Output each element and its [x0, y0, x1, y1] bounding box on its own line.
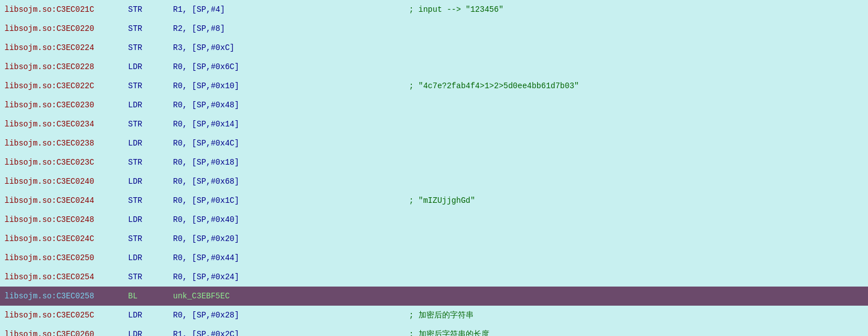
table-row[interactable]: libsojm.so:C3EC0238LDRR0, [SP,#0x4C]: [0, 134, 868, 153]
comment-cell: ; "4c7e?2fab4f4>1>2>5d0ee4bb61d7b03": [409, 81, 579, 90]
mnemonic-cell: LDR: [128, 330, 173, 336]
address-cell: libsojm.so:C3EC025C: [4, 311, 128, 320]
mnemonic-cell: LDR: [128, 101, 173, 110]
table-row[interactable]: libsojm.so:C3EC022CSTRR0, [SP,#0x10]; "4…: [0, 76, 868, 96]
address-cell: libsojm.so:C3EC0260: [4, 330, 128, 336]
address-cell: libsojm.so:C3EC0220: [4, 24, 128, 33]
table-row[interactable]: libsojm.so:C3EC0248LDRR0, [SP,#0x40]: [0, 210, 868, 229]
mnemonic-cell: LDR: [128, 311, 173, 320]
table-row[interactable]: libsojm.so:C3EC0220STRR2, [SP,#8]: [0, 19, 868, 38]
mnemonic-cell: STR: [128, 273, 173, 281]
address-cell: libsojm.so:C3EC0258: [4, 292, 128, 301]
address-cell: libsojm.so:C3EC0244: [4, 196, 128, 205]
operands-cell: R3, [SP,#0xC]: [173, 43, 409, 52]
address-cell: libsojm.so:C3EC0230: [4, 101, 128, 110]
address-cell: libsojm.so:C3EC0238: [4, 139, 128, 148]
mnemonic-cell: LDR: [128, 177, 173, 186]
operands-cell: R0, [SP,#0x6C]: [173, 62, 409, 71]
operands-cell: R1, [SP,#0x2C]: [173, 330, 409, 336]
table-row[interactable]: libsojm.so:C3EC0244STRR0, [SP,#0x1C]; "m…: [0, 191, 868, 210]
mnemonic-cell: STR: [128, 234, 173, 243]
table-row[interactable]: libsojm.so:C3EC0260LDRR1, [SP,#0x2C]; 加密…: [0, 325, 868, 336]
operands-cell: R1, [SP,#4]: [173, 5, 409, 14]
operands-cell: R0, [SP,#0x20]: [173, 234, 409, 243]
address-cell: libsojm.so:C3EC0250: [4, 253, 128, 262]
operands-cell: R0, [SP,#0x18]: [173, 158, 409, 167]
mnemonic-cell: STR: [128, 158, 173, 167]
address-cell: libsojm.so:C3EC023C: [4, 158, 128, 167]
address-cell: libsojm.so:C3EC021C: [4, 5, 128, 14]
mnemonic-cell: STR: [128, 24, 173, 33]
table-row[interactable]: libsojm.so:C3EC0224STRR3, [SP,#0xC]: [0, 38, 868, 57]
mnemonic-cell: STR: [128, 196, 173, 205]
mnemonic-cell: STR: [128, 120, 173, 129]
operands-cell: R0, [SP,#0x68]: [173, 177, 409, 186]
comment-cell: ; input --> "123456": [409, 5, 503, 14]
comment-cell: ; 加密后的字符串: [409, 310, 474, 320]
table-row[interactable]: libsojm.so:C3EC0234STRR0, [SP,#0x14]: [0, 115, 868, 134]
table-row[interactable]: libsojm.so:C3EC0240LDRR0, [SP,#0x68]: [0, 172, 868, 191]
table-row[interactable]: libsojm.so:C3EC0258BLunk_C3EBF5EC: [0, 287, 868, 306]
address-cell: libsojm.so:C3EC0224: [4, 43, 128, 52]
operands-cell: R0, [SP,#0x24]: [173, 273, 409, 281]
table-row[interactable]: libsojm.so:C3EC0254STRR0, [SP,#0x24]: [0, 267, 868, 287]
table-row[interactable]: libsojm.so:C3EC023CSTRR0, [SP,#0x18]: [0, 153, 868, 172]
operands-cell: R0, [SP,#0x40]: [173, 215, 409, 224]
table-row[interactable]: libsojm.so:C3EC0228LDRR0, [SP,#0x6C]: [0, 57, 868, 76]
mnemonic-cell: STR: [128, 43, 173, 52]
mnemonic-cell: LDR: [128, 62, 173, 71]
operands-cell: R0, [SP,#0x14]: [173, 120, 409, 129]
address-cell: libsojm.so:C3EC024C: [4, 234, 128, 243]
mnemonic-cell: LDR: [128, 215, 173, 224]
mnemonic-cell: STR: [128, 81, 173, 90]
disassembly-view: libsojm.so:C3EC021CSTRR1, [SP,#4]; input…: [0, 0, 868, 336]
address-cell: libsojm.so:C3EC0228: [4, 62, 128, 71]
operands-cell: R0, [SP,#0x10]: [173, 81, 409, 90]
mnemonic-cell: BL: [128, 292, 173, 301]
table-row[interactable]: libsojm.so:C3EC025CLDRR0, [SP,#0x28]; 加密…: [0, 306, 868, 325]
mnemonic-cell: LDR: [128, 139, 173, 148]
table-row[interactable]: libsojm.so:C3EC024CSTRR0, [SP,#0x20]: [0, 229, 868, 248]
operands-cell: R0, [SP,#0x4C]: [173, 139, 409, 148]
table-row[interactable]: libsojm.so:C3EC0250LDRR0, [SP,#0x44]: [0, 248, 868, 267]
address-cell: libsojm.so:C3EC022C: [4, 81, 128, 90]
operands-cell: unk_C3EBF5EC: [173, 292, 409, 301]
table-row[interactable]: libsojm.so:C3EC021CSTRR1, [SP,#4]; input…: [0, 0, 868, 19]
operands-cell: R2, [SP,#8]: [173, 24, 409, 33]
mnemonic-cell: LDR: [128, 253, 173, 262]
operands-cell: R0, [SP,#0x48]: [173, 101, 409, 110]
comment-cell: ; 加密后字符串的长度: [409, 329, 489, 336]
address-cell: libsojm.so:C3EC0240: [4, 177, 128, 186]
address-cell: libsojm.so:C3EC0234: [4, 120, 128, 129]
address-cell: libsojm.so:C3EC0248: [4, 215, 128, 224]
mnemonic-cell: STR: [128, 5, 173, 14]
comment-cell: ; "mIZUjjghGd": [409, 196, 475, 205]
address-cell: libsojm.so:C3EC0254: [4, 273, 128, 281]
operands-cell: R0, [SP,#0x28]: [173, 311, 409, 320]
operands-cell: R0, [SP,#0x44]: [173, 253, 409, 262]
table-row[interactable]: libsojm.so:C3EC0230LDRR0, [SP,#0x48]: [0, 96, 868, 115]
operands-cell: R0, [SP,#0x1C]: [173, 196, 409, 205]
